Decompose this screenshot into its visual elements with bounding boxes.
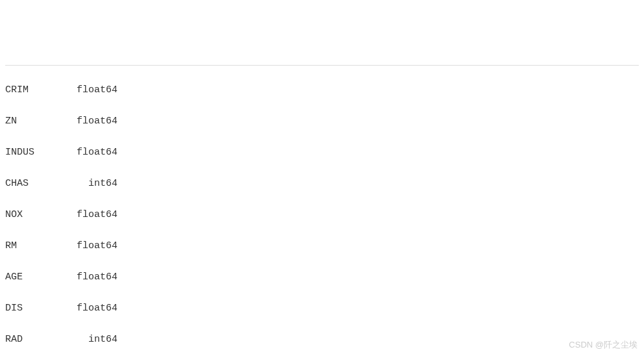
dtype-row: ZNfloat64: [5, 114, 639, 129]
dtype-value: float64: [77, 114, 118, 129]
dtype-row: NOXfloat64: [5, 207, 639, 223]
dtype-row: RMfloat64: [5, 238, 639, 254]
column-name: CHAS: [5, 176, 77, 192]
dtype-row: AGEfloat64: [5, 270, 639, 285]
dtype-value: float64: [77, 301, 118, 316]
dtype-row: INDUSfloat64: [5, 145, 639, 160]
watermark: CSDN @阡之尘埃: [569, 338, 638, 352]
column-name: ZN: [5, 114, 77, 129]
dtype-row: CRIMfloat64: [5, 83, 639, 98]
dtype-row: CHAS int64: [5, 176, 639, 192]
column-name: RAD: [5, 332, 77, 348]
dtype-row: RAD int64: [5, 332, 639, 348]
dtype-value: int64: [77, 176, 118, 192]
dtype-row: DISfloat64: [5, 301, 639, 316]
dtype-value: int64: [77, 332, 118, 348]
dtype-value: float64: [77, 207, 118, 223]
column-name: DIS: [5, 301, 77, 316]
output-cell: CRIMfloat64 ZNfloat64 INDUSfloat64 CHAS …: [5, 65, 639, 356]
column-name: AGE: [5, 270, 77, 285]
column-name: CRIM: [5, 83, 77, 98]
dtype-value: float64: [77, 238, 118, 254]
column-name: RM: [5, 238, 77, 254]
dtype-value: float64: [77, 270, 118, 285]
dtype-value: float64: [77, 83, 118, 98]
dtype-value: float64: [77, 145, 118, 160]
column-name: INDUS: [5, 145, 77, 160]
column-name: NOX: [5, 207, 77, 223]
